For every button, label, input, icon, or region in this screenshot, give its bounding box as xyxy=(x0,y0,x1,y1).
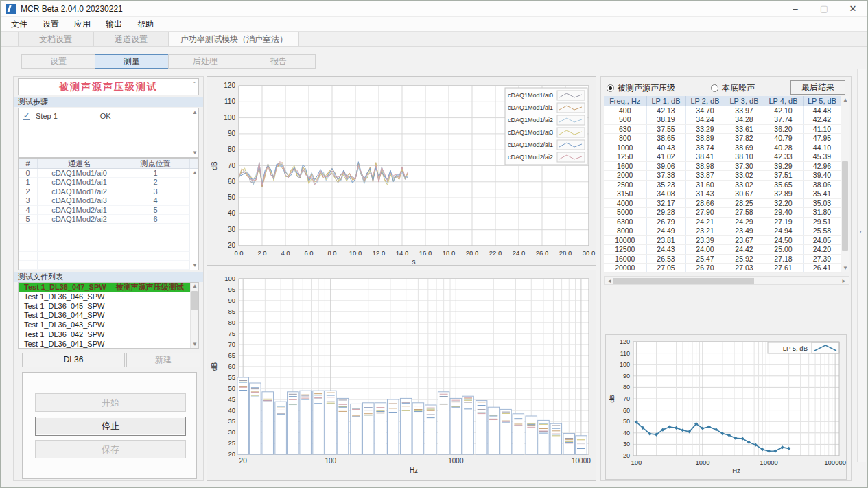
menu-item-output[interactable]: 输出 xyxy=(98,17,130,32)
channel-row[interactable]: 3cDAQ1Mod1/ai34 xyxy=(19,196,198,205)
file-list-item[interactable]: Test 1_DL36_045_SPW xyxy=(19,302,198,312)
tab-doc-settings[interactable]: 文档设置 xyxy=(18,32,93,46)
lp-table-row[interactable]: 1000023.8123.3923.6724.5024.05 xyxy=(604,235,841,245)
scroll-right-icon[interactable]: ► xyxy=(841,278,847,284)
file-list-scrollbar[interactable]: ▲▼ xyxy=(190,283,198,348)
menu-item-help[interactable]: 帮助 xyxy=(130,17,161,32)
svg-text:cDAQ1Mod1/ai1: cDAQ1Mod1/ai1 xyxy=(508,104,553,111)
save-button[interactable]: 保存 xyxy=(35,440,186,458)
svg-text:50: 50 xyxy=(228,384,235,392)
channel-row[interactable] xyxy=(19,224,198,233)
radio-source-icon[interactable] xyxy=(607,84,614,92)
lp-table-row[interactable]: 1600026.5325.4725.9227.1827.39 xyxy=(604,254,841,264)
new-button[interactable]: 新建 xyxy=(126,353,200,367)
lp-table-row[interactable]: 1250024.4324.0024.4225.0024.20 xyxy=(604,245,841,255)
lp-cell: 38.06 xyxy=(803,180,841,189)
minimize-button[interactable]: – xyxy=(781,1,810,16)
scroll-down-icon[interactable]: ▼ xyxy=(843,266,848,271)
channel-row[interactable] xyxy=(19,261,198,270)
lp-table-row[interactable]: 200037.3833.8733.0237.5139.40 xyxy=(604,171,841,181)
scroll-down-icon[interactable]: ▼ xyxy=(192,342,198,347)
lp-cell: 33.61 xyxy=(725,124,764,134)
lp-table-row[interactable]: 160039.0638.9837.3039.2942.96 xyxy=(604,161,841,171)
lp-table-row[interactable]: 40042.1334.7033.9742.1044.48 xyxy=(604,106,841,115)
channel-row[interactable] xyxy=(19,242,198,251)
lp-table-row[interactable]: 100040.4338.7438.6940.2844.10 xyxy=(604,143,841,152)
lp-table-row[interactable]: 125041.0238.4138.1042.3345.39 xyxy=(604,152,841,162)
menu-item-settings[interactable]: 设置 xyxy=(35,17,67,32)
scrollbar-thumb[interactable] xyxy=(842,161,848,251)
scrollbar-thumb[interactable] xyxy=(191,291,198,310)
lp-cell: 25.00 xyxy=(764,245,803,255)
lp-column-header[interactable]: LP 4, dB xyxy=(764,96,803,106)
scroll-down-icon[interactable]: ▼ xyxy=(192,150,198,156)
lp-column-header[interactable]: LP 5, dB xyxy=(803,96,841,106)
menu-item-file[interactable]: 文件 xyxy=(3,17,35,32)
lp-table-row[interactable]: 500029.2827.9027.5829.4031.80 xyxy=(604,208,841,218)
channel-row[interactable] xyxy=(19,252,198,261)
final-result-button[interactable]: 最后结果 xyxy=(790,80,845,95)
table-horizontal-scrollbar[interactable]: ◄ ► xyxy=(604,276,849,285)
close-button[interactable]: ✕ xyxy=(838,1,867,16)
lp-table-row[interactable]: 2000027.0526.7027.0327.6126.41 xyxy=(604,264,841,273)
lp-table-row[interactable]: 250035.2331.6033.0235.6538.06 xyxy=(604,180,841,189)
file-list-item[interactable]: Test 1_DL36_043_SPW xyxy=(19,321,198,330)
lp-cell: 27.18 xyxy=(764,254,803,264)
svg-text:80: 80 xyxy=(623,384,630,391)
lp-table-row[interactable]: 630026.7924.2124.2927.1929.51 xyxy=(604,217,841,226)
lp-table-row[interactable]: 400032.1728.6628.2532.2035.03 xyxy=(604,198,841,208)
step-list[interactable]: Step 1 OK ▲ ▼ xyxy=(18,108,199,158)
lp-column-header[interactable]: LP 3, dB xyxy=(725,96,764,106)
table-vertical-scrollbar[interactable]: ▲ ▼ xyxy=(841,96,849,272)
lp-column-header[interactable]: Freq., Hz xyxy=(604,96,646,106)
scroll-up-icon[interactable]: ▲ xyxy=(192,170,198,176)
scrollbar-thumb[interactable] xyxy=(613,278,754,284)
start-button[interactable]: 开始 xyxy=(35,393,186,412)
scroll-up-icon[interactable]: ▲ xyxy=(192,110,198,115)
lp-cell: 23.81 xyxy=(646,235,685,245)
subtab-measure[interactable]: 测量 xyxy=(95,54,169,69)
file-list-item[interactable]: Test 1_DL36_041_SPW xyxy=(19,340,198,349)
channel-row[interactable]: 0cDAQ1Mod1/ai01 xyxy=(19,169,198,178)
step-row[interactable]: Step 1 OK xyxy=(19,111,198,121)
channel-row[interactable]: 2cDAQ1Mod1/ai23 xyxy=(19,187,198,196)
svg-text:10000: 10000 xyxy=(760,458,777,466)
scroll-up-icon[interactable]: ▲ xyxy=(192,283,198,289)
channel-row[interactable]: 5cDAQ1Mod2/ai26 xyxy=(19,215,198,224)
radio-background-noise-icon[interactable] xyxy=(711,84,718,92)
channel-row[interactable] xyxy=(19,233,198,242)
lp-column-header[interactable]: LP 2, dB xyxy=(685,96,725,106)
subtab-post-process[interactable]: 后处理 xyxy=(168,54,242,69)
panel-collapse-strip[interactable]: ‹ xyxy=(857,69,866,462)
channel-row[interactable]: 1cDAQ1Mod1/ai12 xyxy=(19,178,198,187)
channel-row[interactable]: 4cDAQ1Mod2/ai15 xyxy=(19,206,198,215)
lp-column-header[interactable]: LP 1, dB xyxy=(646,96,685,106)
scroll-up-icon[interactable]: ▲ xyxy=(843,97,848,103)
subtab-setup[interactable]: 设置 xyxy=(21,54,95,69)
svg-text:100: 100 xyxy=(224,114,235,121)
lp-table-row[interactable]: 800024.4923.2123.4924.9425.58 xyxy=(604,226,841,236)
stop-button[interactable]: 停止 xyxy=(35,417,186,436)
checkbox-checked-icon[interactable] xyxy=(23,113,30,120)
svg-text:LP 5, dB: LP 5, dB xyxy=(783,345,808,352)
file-list-item[interactable]: Test 1_DL36_042_SPW xyxy=(19,330,198,340)
subtab-report[interactable]: 报告 xyxy=(242,54,316,69)
test-type-combobox[interactable]: 被测声源声压级测试 ˇ xyxy=(18,78,199,95)
lp-table-row[interactable]: 315034.0831.4330.6732.8935.41 xyxy=(604,189,841,199)
menu-item-application[interactable]: 应用 xyxy=(67,17,98,32)
file-list-item[interactable]: Test 1_DL36_047_SPW被测声源声压级测试 xyxy=(19,283,198,292)
file-list-item[interactable]: Test 1_DL36_046_SPW xyxy=(19,292,198,302)
channel-cell: cDAQ1Mod2/ai2 xyxy=(38,215,121,224)
file-list-item[interactable]: Test 1_DL36_044_SPW xyxy=(19,311,198,321)
scroll-down-icon[interactable]: ▼ xyxy=(192,263,198,268)
lp-table-row[interactable]: 50038.1934.2434.2837.7442.42 xyxy=(604,115,841,125)
device-button[interactable]: DL36 xyxy=(22,353,125,367)
scroll-left-icon[interactable]: ◄ xyxy=(607,278,612,284)
lp-cell: 24.29 xyxy=(725,217,764,226)
tab-channel-settings[interactable]: 通道设置 xyxy=(93,32,169,46)
maximize-button[interactable]: ▢ xyxy=(810,1,838,16)
svg-text:1000: 1000 xyxy=(448,457,464,465)
lp-table-row[interactable]: 63037.5533.2933.6136.2041.10 xyxy=(604,124,841,134)
lp-table-row[interactable]: 80038.6538.8937.8240.7947.95 xyxy=(604,134,841,143)
tab-sound-power-module[interactable]: 声功率测试模块（消声室法） xyxy=(169,32,299,46)
